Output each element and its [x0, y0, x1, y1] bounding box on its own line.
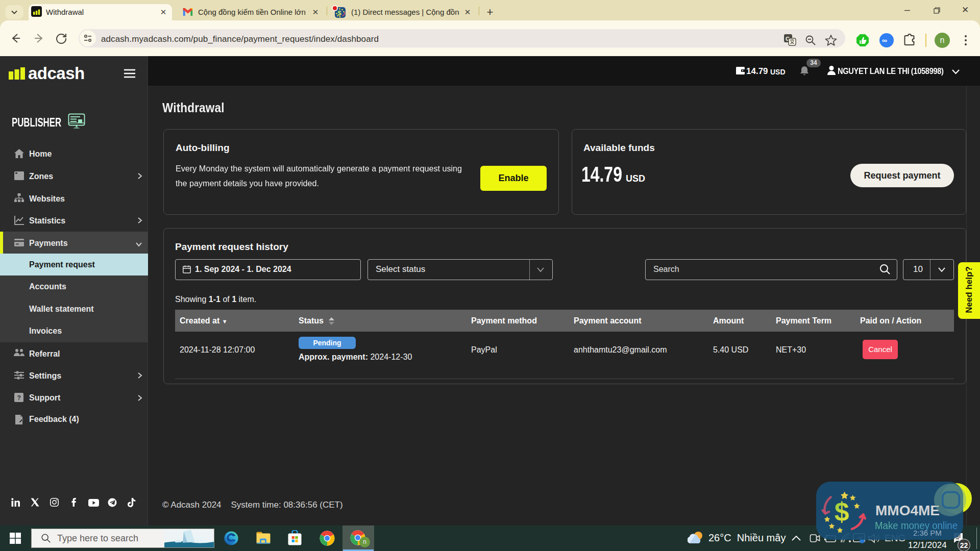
svg-text:∞: ∞ — [882, 36, 887, 44]
svg-text:$: $ — [835, 497, 849, 527]
svg-text:$: $ — [338, 9, 342, 17]
svg-text:?: ? — [17, 394, 21, 402]
